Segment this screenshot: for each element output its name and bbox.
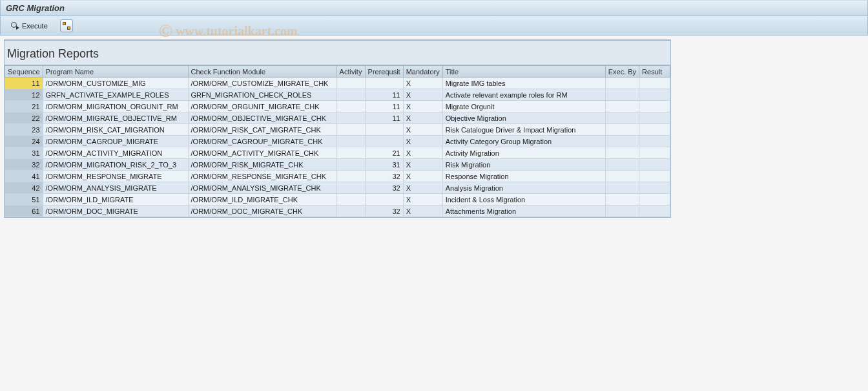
cell-title[interactable]: Migrate IMG tables: [442, 78, 605, 89]
cell-check[interactable]: GRFN_MIGRATION_CHECK_ROLES: [188, 89, 336, 101]
cell-seq[interactable]: 22: [5, 112, 43, 124]
cell-mandatory[interactable]: X: [403, 89, 442, 101]
cell-title[interactable]: Risk Migration: [442, 159, 605, 171]
cell-seq[interactable]: 23: [5, 124, 43, 136]
cell-title[interactable]: Attachments Migration: [442, 206, 605, 217]
cell-mandatory[interactable]: X: [403, 78, 442, 89]
migration-reports-table[interactable]: Sequence Program Name Check Function Mod…: [5, 65, 670, 217]
cell-title[interactable]: Activity Category Group Migration: [442, 136, 605, 147]
cell-activity[interactable]: [336, 136, 365, 147]
cell-prereq[interactable]: [365, 194, 403, 206]
cell-check[interactable]: /ORM/ORM_OBJECTIVE_MIGRATE_CHK: [188, 112, 336, 124]
cell-title[interactable]: Incident & Loss Migration: [442, 194, 605, 206]
cell-result[interactable]: [639, 159, 670, 171]
cell-prereq[interactable]: 32: [365, 182, 403, 194]
table-row[interactable]: 21/ORM/ORM_MIGRATION_ORGUNIT_RM/ORM/ORM_…: [5, 101, 670, 112]
col-prerequisite[interactable]: Prerequsit: [365, 66, 403, 78]
cell-title[interactable]: Objective Migration: [442, 112, 605, 124]
table-row[interactable]: 32/ORM/ORM_MIGRATION_RISK_2_TO_3/ORM/ORM…: [5, 159, 670, 171]
cell-prereq[interactable]: 11: [365, 112, 403, 124]
cell-seq[interactable]: 11: [5, 78, 43, 89]
col-title[interactable]: Title: [442, 66, 605, 78]
cell-activity[interactable]: [336, 124, 365, 136]
cell-prereq[interactable]: 32: [365, 171, 403, 182]
cell-prereq[interactable]: 32: [365, 206, 403, 217]
col-mandatory[interactable]: Mandatory: [403, 66, 442, 78]
cell-activity[interactable]: [336, 206, 365, 217]
cell-prereq[interactable]: 11: [365, 89, 403, 101]
cell-activity[interactable]: [336, 78, 365, 89]
cell-prog[interactable]: /ORM/ORM_RISK_CAT_MIGRATION: [43, 124, 188, 136]
cell-mandatory[interactable]: X: [403, 136, 442, 147]
cell-mandatory[interactable]: X: [403, 206, 442, 217]
cell-prog[interactable]: /ORM/ORM_ACTIVITY_MIGRATION: [43, 147, 188, 159]
cell-title[interactable]: Response Migration: [442, 171, 605, 182]
cell-title[interactable]: Analysis Migration: [442, 182, 605, 194]
cell-seq[interactable]: 12: [5, 89, 43, 101]
cell-prog[interactable]: /ORM/ORM_DOC_MIGRATE: [43, 206, 188, 217]
cell-title[interactable]: Activate relevant example roles for RM: [442, 89, 605, 101]
cell-prog[interactable]: /ORM/ORM_MIGRATION_ORGUNIT_RM: [43, 101, 188, 112]
cell-activity[interactable]: [336, 194, 365, 206]
cell-prog[interactable]: /ORM/ORM_RESPONSE_MIGRATE: [43, 171, 188, 182]
table-row[interactable]: 11/ORM/ORM_CUSTOMIZE_MIG/ORM/ORM_CUSTOMI…: [5, 78, 670, 89]
cell-activity[interactable]: [336, 147, 365, 159]
cell-activity[interactable]: [336, 89, 365, 101]
table-header-row[interactable]: Sequence Program Name Check Function Mod…: [5, 66, 670, 78]
cell-activity[interactable]: [336, 171, 365, 182]
cell-prereq[interactable]: 31: [365, 159, 403, 171]
cell-check[interactable]: /ORM/ORM_RISK_MIGRATE_CHK: [188, 159, 336, 171]
cell-prereq[interactable]: [365, 78, 403, 89]
cell-activity[interactable]: [336, 159, 365, 171]
col-result[interactable]: Result: [639, 66, 670, 78]
cell-seq[interactable]: 21: [5, 101, 43, 112]
cell-prog[interactable]: /ORM/ORM_CUSTOMIZE_MIG: [43, 78, 188, 89]
cell-exec_by[interactable]: [605, 124, 639, 136]
col-sequence[interactable]: Sequence: [5, 66, 43, 78]
cell-result[interactable]: [639, 182, 670, 194]
col-exec-by[interactable]: Exec. By: [605, 66, 639, 78]
cell-mandatory[interactable]: X: [403, 101, 442, 112]
cell-exec_by[interactable]: [605, 78, 639, 89]
cell-check[interactable]: /ORM/ORM_ORGUNIT_MIGRATE_CHK: [188, 101, 336, 112]
table-row[interactable]: 23/ORM/ORM_RISK_CAT_MIGRATION/ORM/ORM_RI…: [5, 124, 670, 136]
cell-mandatory[interactable]: X: [403, 112, 442, 124]
cell-mandatory[interactable]: X: [403, 182, 442, 194]
execute-button[interactable]: Execute: [6, 19, 52, 32]
col-check-function[interactable]: Check Function Module: [188, 66, 336, 78]
table-row[interactable]: 51/ORM/ORM_ILD_MIGRATE/ORM/ORM_ILD_MIGRA…: [5, 194, 670, 206]
cell-check[interactable]: /ORM/ORM_DOC_MIGRATE_CHK: [188, 206, 336, 217]
cell-result[interactable]: [639, 194, 670, 206]
cell-prereq[interactable]: 11: [365, 101, 403, 112]
cell-exec_by[interactable]: [605, 182, 639, 194]
cell-prereq[interactable]: [365, 124, 403, 136]
cell-prog[interactable]: GRFN_ACTIVATE_EXAMPLE_ROLES: [43, 89, 188, 101]
cell-prereq[interactable]: [365, 136, 403, 147]
cell-title[interactable]: Activity Migration: [442, 147, 605, 159]
cell-mandatory[interactable]: X: [403, 171, 442, 182]
cell-activity[interactable]: [336, 101, 365, 112]
cell-seq[interactable]: 61: [5, 206, 43, 217]
cell-result[interactable]: [639, 171, 670, 182]
cell-check[interactable]: /ORM/ORM_CAGROUP_MIGRATE_CHK: [188, 136, 336, 147]
cell-result[interactable]: [639, 89, 670, 101]
cell-result[interactable]: [639, 147, 670, 159]
cell-result[interactable]: [639, 124, 670, 136]
table-row[interactable]: 41/ORM/ORM_RESPONSE_MIGRATE/ORM/ORM_RESP…: [5, 171, 670, 182]
cell-check[interactable]: /ORM/ORM_ANALYSIS_MIGRATE_CHK: [188, 182, 336, 194]
cell-title[interactable]: Risk Catalogue Driver & Impact Migration: [442, 124, 605, 136]
cell-exec_by[interactable]: [605, 112, 639, 124]
layout-variant-button[interactable]: [60, 19, 73, 32]
cell-seq[interactable]: 32: [5, 159, 43, 171]
cell-seq[interactable]: 51: [5, 194, 43, 206]
cell-seq[interactable]: 24: [5, 136, 43, 147]
cell-exec_by[interactable]: [605, 89, 639, 101]
cell-mandatory[interactable]: X: [403, 159, 442, 171]
cell-prog[interactable]: /ORM/ORM_CAGROUP_MIGRATE: [43, 136, 188, 147]
cell-check[interactable]: /ORM/ORM_RISK_CAT_MIGRATE_CHK: [188, 124, 336, 136]
cell-prog[interactable]: /ORM/ORM_MIGRATION_RISK_2_TO_3: [43, 159, 188, 171]
cell-activity[interactable]: [336, 112, 365, 124]
table-row[interactable]: 61/ORM/ORM_DOC_MIGRATE/ORM/ORM_DOC_MIGRA…: [5, 206, 670, 217]
col-program-name[interactable]: Program Name: [43, 66, 188, 78]
table-row[interactable]: 12GRFN_ACTIVATE_EXAMPLE_ROLESGRFN_MIGRAT…: [5, 89, 670, 101]
